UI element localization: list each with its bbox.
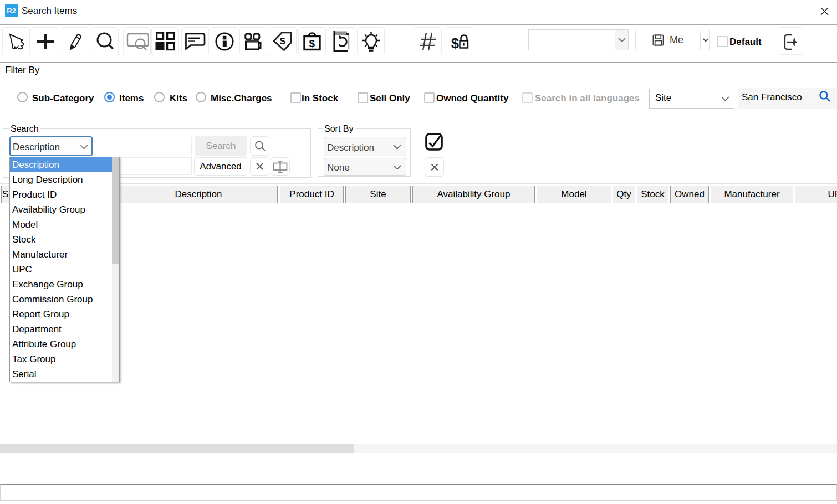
svg-text:$: $ xyxy=(451,35,459,51)
svg-text:S: S xyxy=(280,37,286,46)
svg-text:$: $ xyxy=(309,38,315,49)
